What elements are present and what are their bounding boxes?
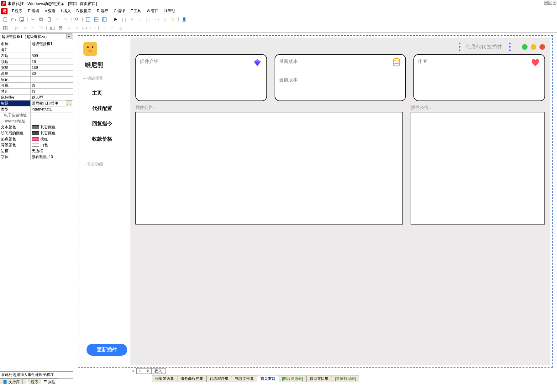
prop-val[interactable]: 16 [31,59,73,64]
menu-tools[interactable]: T.工具 [128,8,144,15]
btab-service[interactable]: 服务商程序集 [177,375,207,382]
chevron-down-icon[interactable]: ▼ [66,34,71,39]
tab-support-lib[interactable]: 📘支持库 [0,379,23,384]
spacing-h-icon[interactable] [49,25,56,32]
find-icon[interactable] [73,16,80,23]
event-hint[interactable]: 在此处选择加入事件处理子程序 [0,372,73,378]
prop-val[interactable]: 139 [31,65,73,70]
tab-property[interactable]: ☰属性 [41,379,58,384]
layout3-icon[interactable] [101,16,108,23]
run-icon[interactable] [112,16,119,23]
sameh-icon[interactable]: ⇕ [73,25,80,32]
traffic-red-icon[interactable] [539,44,545,50]
prop-val[interactable] [31,77,73,82]
grid-icon[interactable] [2,25,9,32]
prop-val[interactable]: 真 [31,83,73,88]
component-selector[interactable]: 超级链接框1（超级链接框） ▼ [1,33,72,40]
prop-val[interactable]: 无边框 [31,148,73,154]
prop-val[interactable]: 假 [31,89,73,94]
prop-val[interactable]: 超级链接框1 [31,41,73,47]
property-grid[interactable]: 名称超级链接框1 备注 左边509 顶边16 宽度139 高度30 标记 可视真… [0,41,73,371]
sidebar-item-config[interactable]: 代挂配置 [92,105,127,112]
prop-val[interactable] [31,47,73,53]
stepin-icon[interactable]: {→ [145,16,152,23]
form-canvas[interactable]: 维尼熊 功能项目 主页 代挂配置 回复指令 收款价格 售后功能 更新插件 维尼熊… [78,35,553,368]
stop-icon[interactable]: ■ [129,16,135,23]
menu-run[interactable]: R.运行 [94,8,111,15]
update-plugin-button[interactable]: 更新插件 [87,344,127,356]
new-icon[interactable] [2,16,9,23]
btab-image-res[interactable]: [图片资源表] [279,375,307,382]
open-icon[interactable] [10,16,17,23]
align-top-icon[interactable]: ‾≡ [38,25,45,32]
selection-handle-icon[interactable] [459,43,460,51]
copy-icon[interactable] [38,16,45,23]
samesize-icon[interactable]: ⬌⬍ [81,25,88,32]
selection-handle-icon[interactable] [509,43,511,51]
card-intro[interactable]: 插件介绍 [135,54,267,101]
undo-icon[interactable]: ↶ [54,16,61,23]
front-icon[interactable]: ▭ [101,25,108,32]
pause-icon[interactable]: ❚❚ [120,16,127,23]
lock-icon[interactable]: 🔒 [117,25,124,32]
notice-box-large[interactable] [135,112,403,224]
paste-icon[interactable] [46,16,53,23]
btab-frame-send[interactable]: 框架发送集 [152,375,177,382]
menu-program[interactable]: F.程序 [9,8,25,15]
panel-handles[interactable]: ▾□× [544,1,556,5]
prop-val[interactable] [31,112,73,118]
notice-box-small[interactable] [411,112,545,224]
btab-const-data[interactable]: [常量数据表] [332,375,360,382]
prop-val[interactable]: 30 [31,71,73,76]
prop-val[interactable]: 桃红 [31,136,73,142]
menu-view[interactable]: V.查看 [42,8,58,15]
layout1-icon[interactable] [85,16,92,23]
prop-val[interactable]: 其它颜色 [31,124,73,130]
redo-icon[interactable]: ↷ [62,16,69,23]
sidebar-item-home[interactable]: 主页 [92,90,127,96]
hand-icon[interactable]: ✋ [169,16,176,23]
prop-val[interactable]: 微软雅黑, 10 [31,154,73,160]
person-icon[interactable]: 👤 [181,16,187,23]
prop-val[interactable]: 509 [31,53,73,59]
cut-icon[interactable]: ✂ [29,16,36,23]
menu-database[interactable]: B.数据库 [74,8,94,15]
tab-program[interactable]: 📄程序 [22,379,41,384]
spacing-v-icon[interactable] [57,25,64,32]
menu-window[interactable]: W.窗口 [144,8,161,15]
samew-icon[interactable]: ⇔ [65,25,72,32]
card-author[interactable]: 作者 [413,54,545,101]
back-icon[interactable]: ▭ [109,25,116,32]
stepover-icon[interactable]: ⤵ [137,16,144,23]
align-right-icon[interactable]: ≡| [29,25,36,32]
prop-val[interactable] [31,118,73,124]
menu-insert[interactable]: I.插入 [59,8,73,15]
align-left-icon[interactable]: |≡ [13,25,20,32]
break-icon[interactable]: {} [161,16,168,23]
menu-edit[interactable]: E.编辑 [25,8,41,15]
btab-proxy[interactable]: 代练程序集 [206,375,232,382]
align-center-icon[interactable]: ≡ [21,25,28,32]
btab-home-set[interactable]: 首页窗口集 [306,375,332,382]
prop-val[interactable]: 维尼熊代挂插件… [31,101,73,106]
prop-val[interactable]: 默认型 [31,95,73,100]
database-icon [392,58,401,67]
centerh-icon[interactable]: ⊢⊣ [90,25,97,32]
ellipsis-button[interactable]: … [66,100,72,107]
sidebar-item-price[interactable]: 收款价格 [92,136,127,142]
sidebar-item-reply[interactable]: 回复指令 [92,121,127,127]
prop-val[interactable]: Internet地址 [31,106,73,112]
stepout-icon[interactable]: ←} [153,16,160,23]
btab-home-window[interactable]: 首页窗口 [257,375,279,382]
traffic-green-icon[interactable] [522,44,528,50]
save-icon[interactable] [18,16,25,23]
prop-val[interactable]: 白色 [31,142,73,148]
traffic-yellow-icon[interactable] [531,44,536,50]
hyperlink-title[interactable]: 维尼熊代挂插件 [465,44,503,50]
layout2-icon[interactable] [93,16,100,23]
card-version[interactable]: 最新版本 当前版本 [275,54,406,101]
prop-val[interactable]: 其它颜色 [31,130,73,136]
menu-compile[interactable]: C.编译 [111,8,128,15]
menu-help[interactable]: H.帮助 [162,8,178,15]
btab-video[interactable]: 视频文件集 [232,375,257,382]
